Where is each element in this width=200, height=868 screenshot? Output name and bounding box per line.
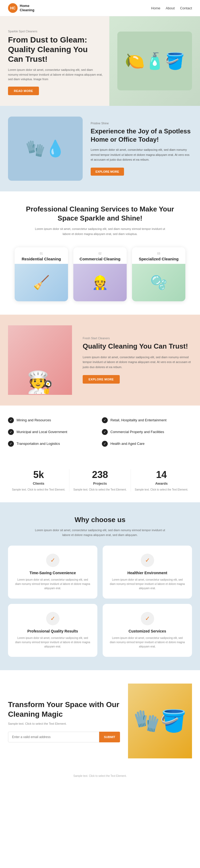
why-card-title-4: Customized Services bbox=[109, 629, 186, 633]
why-section: Why choose us Lorem ipsum dolor sit amet… bbox=[0, 502, 200, 670]
stat-desc-clients: Sample text. Click to select the Text El… bbox=[8, 488, 69, 492]
service-name-1: Residential Cleaning bbox=[18, 257, 64, 261]
industry-check-2: ✓ bbox=[102, 417, 108, 423]
spotless-content: Pristine Shine Experience the Joy of a S… bbox=[91, 122, 192, 176]
why-card-text-1: Lorem ipsum dolor sit amet, consectetur … bbox=[14, 578, 91, 591]
cta-desc: Sample text. Click to select the Text El… bbox=[8, 722, 120, 725]
industry-label-1: Mining and Resources bbox=[16, 418, 51, 422]
service-num-2: 02 bbox=[77, 252, 123, 255]
stat-label-projects: Projects bbox=[69, 482, 130, 486]
hero-content: Sparkle Spot Cleaners From Dust to Gleam… bbox=[8, 30, 104, 95]
nav-contact[interactable]: Contact bbox=[180, 6, 192, 10]
stat-number-clients: 5k bbox=[8, 469, 69, 480]
cta-title: Transform Your Space with Our Cleaning M… bbox=[8, 700, 120, 719]
why-grid: ✓ Time-Saving Convenience Lorem ipsum do… bbox=[8, 546, 192, 657]
industry-label-5: Transportation and Logistics bbox=[16, 442, 60, 446]
service-card-specialized: 03 Specialized Cleaning 🫧 bbox=[132, 247, 185, 301]
stat-clients: 5k Clients Sample text. Click to select … bbox=[8, 469, 69, 492]
service-name-2: Commercial Cleaning bbox=[77, 257, 123, 261]
nav-links: Home About Contact bbox=[151, 6, 192, 10]
healthier-icon: ✓ bbox=[141, 554, 154, 567]
stats-section: 5k Clients Sample text. Click to select … bbox=[0, 459, 200, 502]
stat-desc-projects: Sample text. Click to select the Text El… bbox=[69, 488, 130, 492]
submit-button[interactable]: SUBMIT bbox=[99, 732, 120, 742]
cta-section: Transform Your Space with Our Cleaning M… bbox=[0, 670, 200, 772]
service-cards-container: 01 Residential Cleaning 🧹 02 Commercial … bbox=[0, 245, 200, 315]
stat-projects: 238 Projects Sample text. Click to selec… bbox=[69, 469, 130, 492]
service-card-residential: 01 Residential Cleaning 🧹 bbox=[15, 247, 68, 301]
industry-item-health: ✓ Health and Aged Care bbox=[102, 440, 192, 448]
industries-section: ✓ Mining and Resources ✓ Retail, Hospita… bbox=[0, 406, 200, 459]
quality-image: 🧑‍🍳 bbox=[8, 326, 72, 395]
cta-image: 🧤🪣 bbox=[128, 684, 192, 758]
cta-bottom-text: Sample text. Click to select the Text El… bbox=[0, 772, 200, 785]
why-card-health: ✓ Healthier Environment Lorem ipsum dolo… bbox=[103, 546, 192, 598]
quality-text: Lorem ipsum dolor sit amet, consectetur … bbox=[83, 355, 192, 370]
nav-about[interactable]: About bbox=[166, 6, 175, 10]
service-image-1: 🧹 bbox=[15, 264, 68, 301]
navigation: HC HomeCleaning Home About Contact bbox=[0, 0, 200, 16]
stat-desc-awards: Sample text. Click to select the Text El… bbox=[131, 488, 192, 492]
stat-label-awards: Awards bbox=[131, 482, 192, 486]
customized-icon: ✓ bbox=[141, 612, 154, 625]
spotless-title: Experience the Joy of a Spotless Home or… bbox=[91, 127, 192, 144]
quality-explore-button[interactable]: EXPLORE MORE bbox=[83, 375, 120, 383]
industry-label-4: Commercial Property and Facilities bbox=[110, 430, 164, 434]
service-image-2: 👷 bbox=[73, 264, 127, 301]
why-desc: Lorem ipsum dolor sit amet, consectetur … bbox=[33, 528, 167, 537]
industry-grid: ✓ Mining and Resources ✓ Retail, Hospita… bbox=[8, 416, 192, 448]
spotless-image: 🧤💧 bbox=[8, 117, 83, 181]
logo-text: HomeCleaning bbox=[20, 4, 34, 12]
service-card-commercial: 02 Commercial Cleaning 👷 bbox=[73, 247, 127, 301]
quality-title: Quality Cleaning You Can Trust! bbox=[83, 342, 192, 351]
industry-check-6: ✓ bbox=[102, 441, 108, 447]
service-card-header-2: 02 Commercial Cleaning bbox=[73, 247, 127, 264]
why-title: Why choose us bbox=[8, 516, 192, 524]
hero-text: Lorem ipsum dolor sit amet, consectetur … bbox=[8, 68, 104, 82]
services-desc: Lorem ipsum dolor sit amet, consectetur … bbox=[33, 226, 167, 236]
stat-label-clients: Clients bbox=[8, 482, 69, 486]
service-image-3: 🫧 bbox=[132, 264, 185, 301]
stat-awards: 14 Awards Sample text. Click to select t… bbox=[131, 469, 192, 492]
service-name-3: Specialized Cleaning bbox=[136, 257, 182, 261]
why-card-text-3: Lorem ipsum dolor sit amet, consectetur … bbox=[14, 636, 91, 649]
hero-read-more-button[interactable]: READ MORE bbox=[8, 87, 39, 95]
why-card-quality: ✓ Professional Quality Results Lorem ips… bbox=[8, 604, 97, 657]
spotless-section: 🧤💧 Pristine Shine Experience the Joy of … bbox=[0, 106, 200, 191]
hero-image-inner: 🍋🧴🪣 bbox=[117, 32, 192, 90]
industry-label-2: Retail, Hospitality and Entertainment bbox=[110, 418, 166, 422]
email-input[interactable] bbox=[8, 732, 99, 742]
industry-label-6: Health and Aged Care bbox=[110, 442, 145, 446]
logo: HC HomeCleaning bbox=[8, 3, 34, 13]
industry-label-3: Municipal and Local Government bbox=[16, 430, 67, 434]
time-saving-icon: ✓ bbox=[46, 554, 59, 567]
cta-content: Transform Your Space with Our Cleaning M… bbox=[8, 700, 120, 742]
industry-item-transport: ✓ Transportation and Logistics bbox=[8, 440, 98, 448]
why-card-text-4: Lorem ipsum dolor sit amet, consectetur … bbox=[109, 636, 186, 649]
industry-check-4: ✓ bbox=[102, 429, 108, 435]
why-card-title-3: Professional Quality Results bbox=[14, 629, 91, 633]
quality-icon: ✓ bbox=[46, 612, 59, 625]
services-header: Professional Cleaning Services to Make Y… bbox=[0, 191, 200, 245]
service-card-header-3: 03 Specialized Cleaning bbox=[132, 247, 185, 264]
hero-section: Sparkle Spot Cleaners From Dust to Gleam… bbox=[0, 16, 200, 106]
service-num-1: 01 bbox=[18, 252, 64, 255]
why-card-title-1: Time-Saving Convenience bbox=[14, 571, 91, 575]
why-card-time: ✓ Time-Saving Convenience Lorem ipsum do… bbox=[8, 546, 97, 598]
hero-title: From Dust to Gleam: Quality Cleaning You… bbox=[8, 35, 104, 64]
services-title: Professional Cleaning Services to Make Y… bbox=[16, 205, 184, 223]
nav-home[interactable]: Home bbox=[151, 6, 161, 10]
spotless-explore-button[interactable]: EXPLORE MORE bbox=[91, 167, 124, 176]
industry-item-retail: ✓ Retail, Hospitality and Entertainment bbox=[102, 416, 192, 424]
industry-check-1: ✓ bbox=[8, 417, 14, 423]
email-form: SUBMIT bbox=[8, 732, 120, 742]
spotless-text: Lorem ipsum dolor sit amet, consectetur … bbox=[91, 147, 192, 162]
why-card-text-2: Lorem ipsum dolor sit amet, consectetur … bbox=[109, 578, 186, 591]
service-card-header-1: 01 Residential Cleaning bbox=[15, 247, 68, 264]
hero-tag: Sparkle Spot Cleaners bbox=[8, 30, 104, 33]
stat-number-projects: 238 bbox=[69, 469, 130, 480]
industry-check-5: ✓ bbox=[8, 441, 14, 447]
hero-image: 🍋🧴🪣 bbox=[109, 16, 200, 106]
quality-tag: Fresh Start Cleaners bbox=[83, 337, 192, 340]
logo-icon: HC bbox=[8, 3, 17, 13]
